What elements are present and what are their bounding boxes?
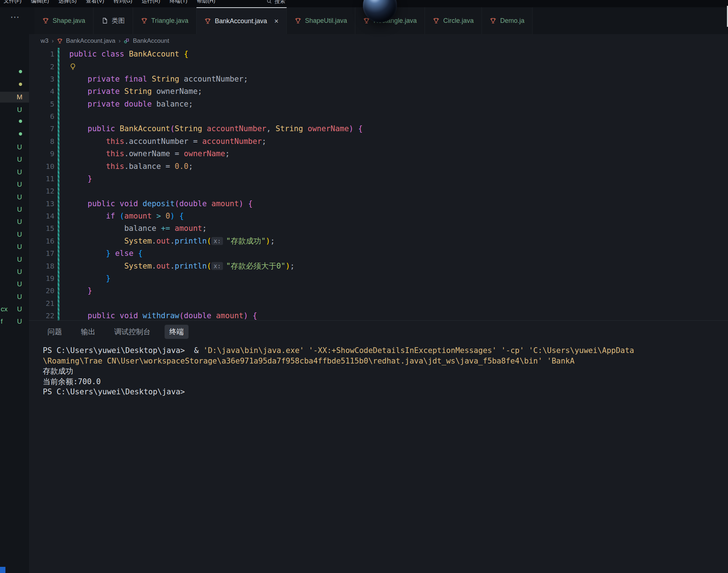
breadcrumb-folder[interactable]: w3 bbox=[41, 37, 49, 45]
code-editor[interactable]: 1public class BankAccount {23 private fi… bbox=[29, 48, 728, 320]
java-file-icon bbox=[490, 17, 496, 24]
code-token bbox=[211, 311, 216, 320]
scm-status-U[interactable]: U bbox=[17, 243, 22, 251]
tab-类图[interactable]: 类图 bbox=[94, 7, 133, 34]
tab-BankAccount.java[interactable]: BankAccount.java× bbox=[197, 7, 287, 34]
code-token: public class bbox=[69, 50, 129, 58]
menu-item[interactable]: 选择(S) bbox=[58, 0, 76, 4]
panel-tab-终端[interactable]: 终端 bbox=[165, 325, 189, 339]
code-token bbox=[69, 174, 88, 183]
more-actions-button[interactable]: ⋯ bbox=[10, 12, 20, 23]
scm-status-f[interactable]: f bbox=[1, 317, 3, 325]
scm-status-U[interactable]: U bbox=[17, 106, 22, 114]
tab-Demo.ja[interactable]: Demo.ja bbox=[482, 7, 533, 34]
tab-Triangle.java[interactable]: Triangle.java bbox=[133, 7, 197, 34]
scm-status-U[interactable]: U bbox=[17, 180, 22, 188]
code-token: ) bbox=[285, 262, 290, 270]
line-number: 18 bbox=[29, 262, 54, 270]
code-line[interactable]: 11 } bbox=[29, 173, 728, 185]
lightbulb-icon[interactable] bbox=[69, 63, 76, 70]
code-line[interactable]: 20 } bbox=[29, 285, 728, 297]
breadcrumb-file[interactable]: BankAccount.java bbox=[66, 37, 115, 45]
menu-item[interactable]: 运行(R) bbox=[142, 0, 160, 4]
close-icon[interactable]: × bbox=[274, 17, 279, 25]
code-line[interactable]: 13 public void deposit(double amount) { bbox=[29, 198, 728, 210]
code-line[interactable]: 17 } else { bbox=[29, 247, 728, 259]
tab-Shape.java[interactable]: Shape.java bbox=[34, 7, 94, 34]
scm-status-U[interactable]: U bbox=[17, 256, 22, 263]
scm-status-U[interactable]: U bbox=[17, 305, 22, 313]
code-line[interactable]: 6 bbox=[29, 110, 728, 123]
code-line[interactable]: 21 bbox=[29, 297, 728, 310]
search-icon bbox=[266, 0, 272, 4]
code-token: public void bbox=[88, 311, 143, 320]
code-line[interactable]: 12 bbox=[29, 185, 728, 197]
code-line[interactable]: 2 bbox=[29, 60, 728, 72]
line-number: 3 bbox=[29, 75, 54, 83]
scm-status-U[interactable]: U bbox=[17, 293, 22, 301]
code-token: ) bbox=[243, 311, 248, 320]
menu-item[interactable]: 文件(F) bbox=[4, 0, 21, 4]
code-line[interactable]: 9 this.ownerName = ownerName; bbox=[29, 148, 728, 160]
scm-status-U[interactable]: U bbox=[17, 231, 22, 238]
code-line[interactable]: 8 this.accountNumber = accountNumber; bbox=[29, 135, 728, 148]
panel-tab-问题[interactable]: 问题 bbox=[43, 325, 67, 339]
scm-status-dot[interactable] bbox=[19, 132, 22, 136]
code-token: } bbox=[88, 174, 92, 183]
terminal-output[interactable]: PS C:\Users\yuwei\Desktop\java> & 'D:\ja… bbox=[29, 342, 728, 397]
code-token bbox=[248, 311, 253, 320]
code-line[interactable]: 15 balance += amount; bbox=[29, 222, 728, 234]
menu-item[interactable]: 编辑(E) bbox=[31, 0, 49, 4]
code-line[interactable]: 14 if (amount > 0) { bbox=[29, 210, 728, 222]
scm-status-dot[interactable] bbox=[19, 120, 22, 123]
scm-status-U[interactable]: U bbox=[17, 218, 22, 226]
scm-status-U[interactable]: U bbox=[17, 168, 22, 176]
code-line[interactable]: 3 private final String accountNumber; bbox=[29, 73, 728, 85]
code-token bbox=[69, 199, 88, 208]
panel-tab-输出[interactable]: 输出 bbox=[76, 325, 100, 339]
code-token: if bbox=[106, 212, 120, 220]
search-box[interactable]: 搜索 bbox=[266, 0, 285, 5]
code-token: ownerName; bbox=[152, 87, 202, 96]
terminal-text: PS C:\Users\yuwei\Desktop\java> bbox=[43, 346, 194, 355]
remote-indicator-badge[interactable] bbox=[0, 567, 5, 573]
code-line[interactable]: 10 this.balance = 0.0; bbox=[29, 160, 728, 172]
scm-status-U[interactable]: U bbox=[17, 155, 22, 163]
scm-status-M[interactable]: M bbox=[17, 93, 22, 101]
code-token: public bbox=[88, 124, 120, 133]
menu-item[interactable]: 终端(T) bbox=[170, 0, 187, 4]
code-line[interactable]: 18 System.out.println(x:"存款必须大于0"); bbox=[29, 259, 728, 272]
code-line[interactable]: 1public class BankAccount { bbox=[29, 48, 728, 60]
code-token bbox=[69, 212, 106, 220]
menu-item[interactable]: 转到(G) bbox=[113, 0, 132, 4]
menu-item[interactable]: 帮助(H) bbox=[197, 0, 215, 4]
scm-status-cx[interactable]: cx bbox=[1, 305, 8, 313]
scm-status-U[interactable]: U bbox=[17, 317, 22, 325]
code-token: private double bbox=[88, 100, 152, 108]
code-line[interactable]: 7 public BankAccount(String accountNumbe… bbox=[29, 123, 728, 135]
scm-status-dot[interactable] bbox=[19, 83, 22, 86]
scm-status-dot[interactable] bbox=[19, 70, 22, 73]
scm-status-U[interactable]: U bbox=[17, 193, 22, 201]
code-token: balance; bbox=[152, 100, 193, 108]
menu-item[interactable]: 查看(V) bbox=[86, 0, 104, 4]
code-line[interactable]: 4 private String ownerName; bbox=[29, 85, 728, 97]
code-token: String bbox=[175, 124, 202, 133]
panel-tab-调试控制台[interactable]: 调试控制台 bbox=[109, 325, 155, 339]
code-line[interactable]: 5 private double balance; bbox=[29, 98, 728, 110]
tab-ShapeUtil.java[interactable]: ShapeUtil.java bbox=[287, 7, 355, 34]
code-token: BankAccount bbox=[129, 50, 179, 58]
breadcrumb-symbol[interactable]: BankAccount bbox=[133, 37, 169, 45]
code-line[interactable]: 22 public void withdraw(double amount) { bbox=[29, 310, 728, 320]
code-line[interactable]: 19 } bbox=[29, 272, 728, 285]
code-text: } bbox=[59, 274, 111, 283]
tab-Circle.java[interactable]: Circle.java bbox=[425, 7, 482, 34]
code-token: System bbox=[124, 237, 152, 245]
scm-status-U[interactable]: U bbox=[17, 268, 22, 276]
code-line[interactable]: 16 System.out.println(x:"存款成功"); bbox=[29, 235, 728, 247]
scm-status-U[interactable]: U bbox=[17, 205, 22, 213]
code-text: balance += amount; bbox=[59, 224, 207, 233]
code-text: if (amount > 0) { bbox=[59, 212, 184, 220]
scm-status-U[interactable]: U bbox=[17, 143, 22, 151]
scm-status-U[interactable]: U bbox=[17, 280, 22, 288]
